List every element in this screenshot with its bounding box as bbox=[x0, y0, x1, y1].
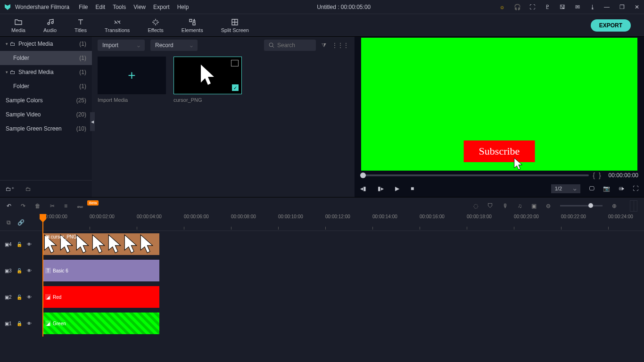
search-input[interactable] bbox=[277, 42, 310, 49]
track-header-4[interactable]: ▣4🔓👁 bbox=[0, 231, 32, 257]
lock-icon[interactable]: 🔓 bbox=[17, 295, 22, 300]
folder-icon bbox=[14, 18, 23, 26]
menu-export[interactable]: Export bbox=[153, 4, 170, 10]
lock-icon[interactable]: 🔒 bbox=[17, 321, 22, 326]
step-play-icon[interactable]: ▮▸ bbox=[378, 185, 384, 192]
headphones-icon[interactable]: 🎧 bbox=[514, 4, 520, 10]
mail-icon[interactable]: ✉ bbox=[574, 4, 581, 10]
mark-out-icon[interactable]: } bbox=[599, 172, 601, 179]
frame-icon[interactable]: ▣ bbox=[531, 203, 537, 209]
clip-red[interactable]: ◢Red bbox=[42, 286, 159, 308]
shield-icon[interactable]: ⛉ bbox=[487, 203, 493, 209]
new-folder-icon[interactable]: 🗀⁺ bbox=[6, 186, 14, 192]
stop-icon[interactable]: ■ bbox=[411, 185, 414, 192]
tab-transitions[interactable]: Transitions bbox=[99, 16, 135, 35]
tab-media[interactable]: Media bbox=[6, 16, 31, 35]
tab-effects[interactable]: Effects bbox=[142, 16, 169, 35]
zoom-ratio-dropdown[interactable]: 1/2⌵ bbox=[551, 184, 580, 193]
lock-icon[interactable]: 🔓 bbox=[17, 242, 22, 247]
sidebar-item-folder[interactable]: Folder (1) bbox=[0, 51, 92, 65]
save-icon[interactable]: 🖫 bbox=[559, 4, 566, 10]
preview-canvas[interactable]: Subscribe bbox=[361, 38, 637, 171]
minimize-icon[interactable]: — bbox=[603, 4, 610, 10]
track-header-1[interactable]: ▣1🔒👁 bbox=[0, 310, 32, 337]
eye-icon[interactable]: 👁 bbox=[27, 321, 32, 326]
menu-file[interactable]: File bbox=[79, 4, 88, 10]
mic-icon[interactable]: 🎙 bbox=[503, 203, 508, 209]
link-icon[interactable]: 🔗 bbox=[17, 219, 25, 226]
music-note-icon[interactable]: ♫ bbox=[518, 203, 522, 209]
download-icon[interactable]: ⭳ bbox=[589, 4, 596, 10]
play-icon[interactable]: ▶ bbox=[395, 185, 399, 192]
search-box[interactable] bbox=[264, 40, 316, 51]
track-row-2[interactable]: ◢Red bbox=[32, 284, 644, 310]
zoom-in-icon[interactable]: ⊕ bbox=[612, 203, 617, 209]
folder-icon[interactable]: 🗀 bbox=[25, 186, 31, 192]
eye-icon[interactable]: 👁 bbox=[27, 268, 32, 273]
import-dropdown[interactable]: Import bbox=[98, 40, 145, 51]
cut-icon[interactable]: ✂ bbox=[50, 203, 55, 209]
zoom-slider[interactable] bbox=[560, 205, 603, 206]
playhead[interactable] bbox=[42, 214, 43, 337]
menu-edit[interactable]: Edit bbox=[96, 4, 106, 10]
clip-green[interactable]: ◢Green bbox=[42, 313, 159, 334]
media-item-cursor[interactable]: ✓ cursor_PNG bbox=[173, 57, 242, 103]
export-button[interactable]: EXPORT bbox=[591, 19, 631, 32]
title-icons: ☼ 🎧 ⛶ ♇ 🖫 ✉ ⭳ bbox=[499, 4, 596, 10]
scrubber-track[interactable] bbox=[360, 174, 589, 176]
track-row-3[interactable]: TBasic 6 bbox=[32, 257, 644, 284]
sidebar-item-sample-colors[interactable]: Sample Colors (25) bbox=[0, 93, 92, 107]
settings-slider-icon[interactable]: ≡ bbox=[64, 203, 67, 209]
gift-icon[interactable]: ⛶ bbox=[529, 4, 536, 10]
display-icon[interactable]: 🖵 bbox=[589, 185, 594, 192]
cursor-overlay-icon bbox=[513, 157, 523, 171]
zoom-handle[interactable] bbox=[588, 203, 593, 208]
snapshot-icon[interactable]: 📷 bbox=[603, 185, 610, 192]
tab-elements[interactable]: Elements bbox=[176, 16, 209, 35]
track-header-3[interactable]: ▣3🔓👁 bbox=[0, 257, 32, 284]
sidebar-item-shared-media[interactable]: 🗀 Shared Media (1) bbox=[0, 65, 92, 79]
sidebar-item-sample-green-screen[interactable]: Sample Green Screen (10) bbox=[0, 122, 92, 136]
sidebar-item-sample-video[interactable]: Sample Video (20) bbox=[0, 107, 92, 122]
close-icon[interactable]: ✕ bbox=[634, 4, 640, 10]
tab-audio[interactable]: Audio bbox=[38, 16, 62, 35]
import-media-slot[interactable]: + Import Media bbox=[98, 57, 166, 103]
volume-icon[interactable]: 🕪 bbox=[619, 185, 624, 192]
delete-icon[interactable]: 🗑 bbox=[35, 203, 41, 209]
timeline-ruler[interactable]: 00:00:00:0000:00:02:0000:00:04:0000:00:0… bbox=[32, 214, 644, 231]
circle-icon[interactable]: ◌ bbox=[473, 203, 478, 209]
track-row-1[interactable]: ◢Green bbox=[32, 310, 644, 337]
zoom-out-icon[interactable]: ⊖ bbox=[546, 203, 551, 209]
lock-icon[interactable]: 🔓 bbox=[17, 268, 22, 273]
undo-icon[interactable]: ↶ bbox=[7, 203, 11, 209]
clip-cursor-png[interactable]: ▣ cursor_PNG bbox=[42, 233, 159, 255]
clip-basic-6[interactable]: TBasic 6 bbox=[42, 260, 159, 281]
mark-in-icon[interactable]: { bbox=[593, 172, 595, 179]
filter-icon[interactable]: ⧩ bbox=[322, 42, 326, 49]
menu-help[interactable]: Help bbox=[177, 4, 189, 10]
maximize-icon[interactable]: ❐ bbox=[619, 4, 625, 10]
redo-icon[interactable]: ↷ bbox=[21, 203, 25, 209]
user-icon[interactable]: ♇ bbox=[544, 4, 551, 10]
scrubber-handle[interactable] bbox=[360, 173, 366, 178]
tab-split-screen[interactable]: Split Screen bbox=[215, 16, 255, 35]
prev-frame-icon[interactable]: ◂▮ bbox=[360, 185, 366, 192]
menu-view[interactable]: View bbox=[133, 4, 146, 10]
eye-icon[interactable]: 👁 bbox=[27, 295, 32, 300]
tab-titles[interactable]: Titles bbox=[69, 16, 92, 35]
menu-tools[interactable]: Tools bbox=[113, 4, 126, 10]
track-row-4[interactable]: ▣ cursor_PNG bbox=[32, 231, 644, 257]
audio-waveform-icon[interactable]: ꘏ bbox=[77, 203, 83, 209]
track-header-2[interactable]: ▣2🔓👁 bbox=[0, 284, 32, 310]
timeline-tracks[interactable]: 00:00:00:0000:00:02:0000:00:04:0000:00:0… bbox=[32, 214, 644, 337]
sidebar-collapse-button[interactable]: ◀ bbox=[90, 112, 95, 131]
eye-icon[interactable]: 👁 bbox=[27, 242, 32, 247]
sidebar-item-project-media[interactable]: 🗀 Project Media (1) bbox=[0, 37, 92, 51]
grid-view-icon[interactable]: ⋮⋮⋮ bbox=[332, 42, 349, 49]
sidebar-item-shared-folder[interactable]: Folder (1) bbox=[0, 79, 92, 93]
layers-icon[interactable]: ⧉ bbox=[7, 219, 11, 226]
lightbulb-icon[interactable]: ☼ bbox=[499, 4, 505, 10]
record-dropdown[interactable]: Record bbox=[150, 40, 198, 51]
fullscreen-icon[interactable]: ⛶ bbox=[633, 185, 638, 192]
image-badge-icon bbox=[231, 60, 239, 66]
